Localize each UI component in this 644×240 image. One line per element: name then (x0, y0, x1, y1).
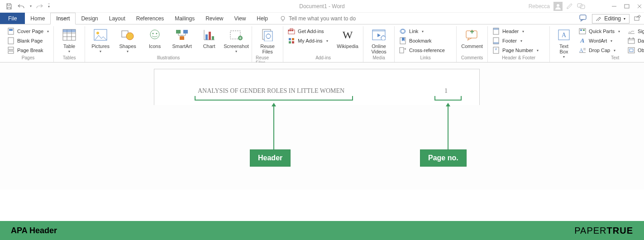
svg-point-25 (150, 30, 159, 39)
annotation-callout-header: Header (250, 149, 291, 167)
tab-file[interactable]: File (0, 13, 25, 24)
pictures-button[interactable]: Pictures▾ (89, 26, 112, 53)
tab-home[interactable]: Home (25, 13, 50, 24)
group-links: Link▾ Bookmark Cross-reference Links (395, 26, 457, 62)
tell-me-search[interactable]: Tell me what you want to do (273, 13, 356, 24)
editing-mode-button[interactable]: Editing ▾ (592, 14, 630, 24)
redo-icon[interactable] (36, 3, 43, 10)
signature-line-button[interactable]: Signature Line▾ (627, 27, 644, 35)
share-icon[interactable] (634, 15, 641, 23)
svg-point-5 (281, 16, 285, 20)
titlebar-action-2-icon[interactable] (577, 3, 585, 10)
wikipedia-button[interactable]: W Wikipedia (336, 26, 359, 49)
svg-text:#: # (495, 48, 497, 51)
svg-point-26 (153, 33, 154, 34)
text-box-label: Text Box (559, 43, 568, 54)
cross-reference-button[interactable]: Cross-reference (398, 46, 453, 54)
bookmark-icon (399, 37, 406, 44)
pictures-icon (93, 27, 108, 43)
tab-insert[interactable]: Insert (50, 13, 76, 24)
page-break-icon (7, 47, 14, 54)
svg-rect-43 (288, 30, 290, 31)
comments-pane-icon[interactable] (579, 14, 587, 23)
banner-caption: APA Header (11, 226, 57, 235)
maximize-icon[interactable] (624, 4, 630, 9)
footer-icon (492, 37, 500, 44)
drop-cap-button[interactable]: A Drop Cap▾ (578, 46, 623, 54)
bookmark-button[interactable]: Bookmark (398, 37, 453, 45)
link-button[interactable]: Link▾ (398, 27, 453, 35)
chevron-down-icon: ▾ (624, 17, 625, 21)
footer-label: Footer (502, 38, 517, 43)
brand-bold: TRUE (607, 226, 633, 235)
date-time-button[interactable]: Date & Time (627, 37, 644, 45)
document-area: ANALYSIS OF GENDER ROLES IN LITTLE WOMEN… (0, 62, 644, 189)
titlebar-action-1-icon[interactable] (566, 2, 573, 11)
tab-view[interactable]: View (229, 13, 252, 24)
page-number-text[interactable]: 1 (444, 87, 448, 95)
signature-label: Signature Line (638, 29, 644, 34)
ribbon-tabs: File Home Insert Design Layout Reference… (0, 13, 644, 24)
crossref-label: Cross-reference (409, 48, 445, 53)
screenshot-button[interactable]: Screenshot▾ (224, 26, 248, 53)
undo-dropdown-icon[interactable]: ▾ (30, 4, 32, 8)
shapes-button[interactable]: Shapes▾ (116, 26, 139, 53)
page-number-button[interactable]: # Page Number▾ (491, 46, 546, 54)
user-area: Rebecca (529, 0, 585, 13)
svg-rect-48 (292, 38, 294, 40)
page-break-button[interactable]: Page Break (6, 46, 50, 54)
svg-rect-28 (176, 30, 181, 34)
group-reuse-files: Reuse Files Reuse Files (252, 26, 283, 62)
bottom-banner: APA Header PAPERTRUE (0, 221, 644, 240)
date-time-label: Date & Time (638, 38, 644, 43)
group-label-tables: Tables (63, 55, 76, 60)
tab-layout[interactable]: Layout (104, 13, 131, 24)
group-comments: Comment Comments (457, 26, 488, 62)
minimize-icon[interactable] (611, 4, 617, 9)
tab-design[interactable]: Design (76, 13, 103, 24)
get-addins-button[interactable]: Get Add-ins (287, 27, 332, 35)
tab-help[interactable]: Help (251, 13, 273, 24)
user-avatar-icon[interactable] (553, 2, 563, 11)
qat-customize-icon[interactable]: ▾ (48, 4, 50, 9)
blank-page-button[interactable]: Blank Page (6, 37, 50, 45)
svg-rect-30 (180, 36, 184, 40)
object-button[interactable]: Object▾ (627, 46, 644, 54)
svg-rect-56 (400, 48, 404, 53)
quick-parts-button[interactable]: Quick Parts▾ (578, 27, 623, 35)
cover-page-button[interactable]: Cover Page▾ (6, 27, 50, 35)
lightbulb-icon (280, 15, 286, 22)
undo-icon[interactable] (17, 3, 25, 10)
running-head-text[interactable]: ANALYSIS OF GENDER ROLES IN LITTLE WOMEN (198, 87, 344, 95)
tab-mailings[interactable]: Mailings (169, 13, 200, 24)
reuse-files-button[interactable]: Reuse Files (256, 26, 279, 54)
smartart-button[interactable]: SmartArt (170, 26, 194, 49)
svg-rect-35 (212, 36, 214, 40)
annotation-bracket-pageno (434, 96, 462, 101)
tab-review[interactable]: Review (200, 13, 229, 24)
tell-me-label: Tell me what you want to do (289, 15, 356, 22)
get-addins-label: Get Add-ins (298, 29, 324, 34)
page-break-label: Page Break (17, 48, 43, 53)
footer-button[interactable]: Footer▾ (491, 37, 546, 45)
text-box-button[interactable]: A Text Box▾ (553, 26, 574, 59)
svg-rect-11 (8, 38, 14, 44)
reuse-files-label: Reuse Files (260, 43, 275, 54)
icons-button[interactable]: Icons (143, 26, 167, 49)
tab-references[interactable]: References (131, 13, 169, 24)
close-icon[interactable] (637, 4, 642, 9)
comment-button[interactable]: Comment (460, 26, 484, 49)
object-label: Object (638, 48, 644, 53)
save-icon[interactable] (5, 3, 13, 10)
svg-rect-46 (290, 29, 293, 30)
my-addins-button[interactable]: My Add-ins▾ (287, 37, 332, 45)
header-button[interactable]: Header▾ (491, 27, 546, 35)
chart-button[interactable]: Chart (197, 26, 221, 49)
annotation-callout-pageno: Page no. (420, 149, 467, 167)
online-videos-button[interactable]: Online Videos (367, 26, 391, 54)
comment-label: Comment (461, 43, 483, 49)
table-icon (62, 27, 77, 43)
svg-rect-61 (493, 28, 499, 30)
wordart-button[interactable]: A WordArt▾ (578, 37, 623, 45)
table-button[interactable]: Table ▾ (57, 26, 81, 53)
